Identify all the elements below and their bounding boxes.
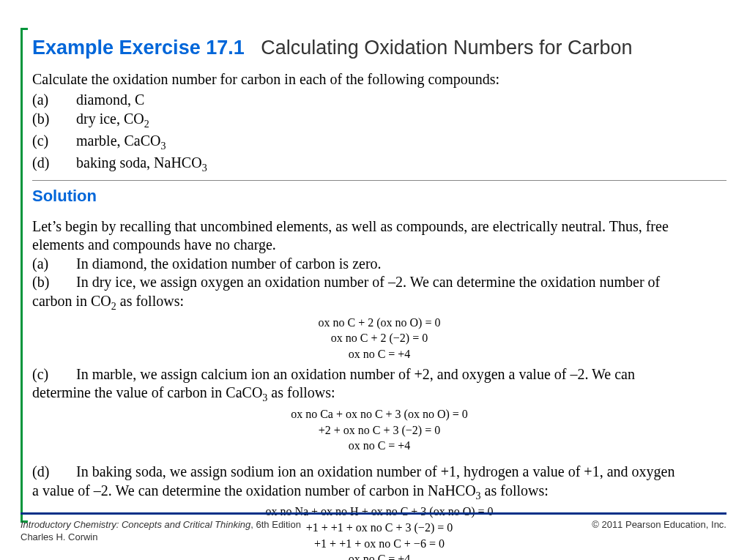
math-line: ox no C + 2 (ox no O) = 0: [32, 315, 726, 331]
option-label: (c): [32, 131, 76, 153]
math-b: ox no C + 2 (ox no O) = 0 ox no C + 2 (−…: [32, 315, 726, 362]
part-b-line1: (b)In dry ice, we assign oxygen an oxida…: [32, 273, 726, 292]
option-d: (d) baking soda, NaHCO3: [32, 153, 726, 175]
option-text: marble, CaCO3: [76, 131, 166, 153]
math-line: ox no C = +4: [32, 438, 726, 454]
math-line: ox no Ca + ox no C + 3 (ox no O) = 0: [32, 406, 726, 422]
math-line: ox no C = +4: [32, 346, 726, 362]
math-line: ox no C = +4: [32, 551, 726, 560]
part-c-line2: determine the value of carbon in CaCO3 a…: [32, 384, 726, 405]
option-label: (b): [32, 109, 76, 131]
part-b-line2: carbon in CO2 as follows:: [32, 292, 726, 313]
option-b: (b) dry ice, CO2: [32, 109, 726, 131]
part-c-line1: (c)In marble, we assign calcium ion an o…: [32, 365, 726, 384]
option-c: (c) marble, CaCO3: [32, 131, 726, 153]
footer-divider: [21, 512, 726, 515]
book-title: Introductory Chemistry: Concepts and Cri…: [21, 519, 250, 530]
exercise-label: Example Exercise 17.1: [32, 37, 245, 59]
option-text: diamond, C: [76, 90, 144, 109]
footer-copyright: © 2011 Pearson Education, Inc.: [592, 519, 726, 530]
option-a: (a) diamond, C: [32, 90, 726, 109]
divider: [32, 180, 726, 181]
footer-book: Introductory Chemistry: Concepts and Cri…: [21, 519, 301, 530]
content-bracket: [21, 28, 28, 523]
content-area: Example Exercise 17.1 Calculating Oxidat…: [32, 22, 726, 560]
book-edition: , 6th Edition: [250, 519, 301, 530]
option-text: dry ice, CO2: [76, 109, 149, 131]
part-a: (a)In diamond, the oxidation number of c…: [32, 255, 726, 274]
math-line: ox no C + 2 (−2) = 0: [32, 330, 726, 346]
exercise-topic: Calculating Oxidation Numbers for Carbon: [261, 37, 632, 59]
footer-author: Charles H. Corwin: [21, 531, 726, 542]
prompt-text: Calculate the oxidation number for carbo…: [32, 70, 726, 89]
part-d-line2: a value of –2. We can determine the oxid…: [32, 482, 726, 503]
spacer: [32, 457, 726, 463]
option-text: baking soda, NaHCO3: [76, 153, 207, 175]
solution-heading: Solution: [32, 187, 726, 206]
footer: Introductory Chemistry: Concepts and Cri…: [21, 512, 726, 542]
option-label: (d): [32, 153, 76, 175]
exercise-title: Example Exercise 17.1 Calculating Oxidat…: [32, 37, 726, 59]
part-d-line1: (d)In baking soda, we assign sodium ion …: [32, 463, 726, 482]
intro-line: elements and compounds have no charge.: [32, 236, 726, 255]
options-list: (a) diamond, C (b) dry ice, CO2 (c) marb…: [32, 90, 726, 176]
footer-row: Introductory Chemistry: Concepts and Cri…: [21, 519, 726, 530]
intro-line: Let’s begin by recalling that uncombined…: [32, 217, 726, 236]
option-label: (a): [32, 90, 76, 109]
math-line: +2 + ox no C + 3 (−2) = 0: [32, 422, 726, 438]
math-c: ox no Ca + ox no C + 3 (ox no O) = 0 +2 …: [32, 406, 726, 454]
solution-body: Let’s begin by recalling that uncombined…: [32, 217, 726, 560]
